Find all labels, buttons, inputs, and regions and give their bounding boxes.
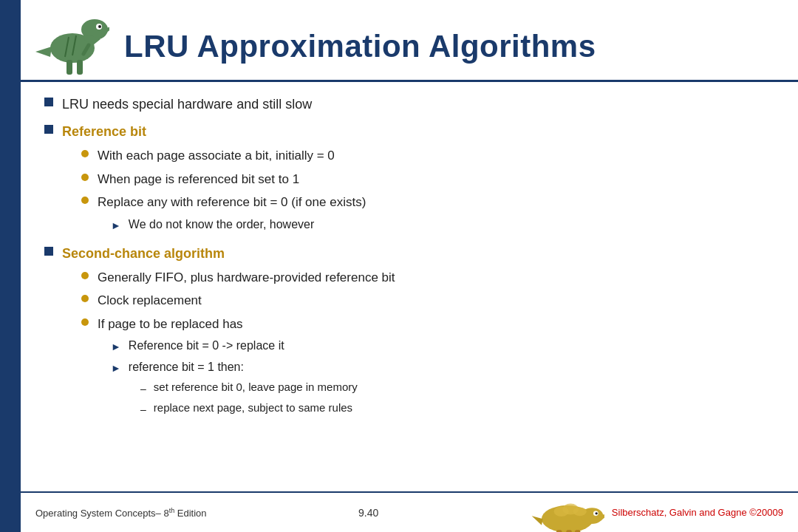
- dash-2: –: [140, 402, 146, 417]
- svg-point-23: [573, 507, 586, 516]
- svg-marker-14: [601, 514, 604, 519]
- bullet-square-1: [44, 98, 53, 106]
- ref-bit-sub3-text: Replace any with reference bit = 0 (if o…: [98, 193, 366, 212]
- second-chance-sub3-2b: – replace next page, subject to same rul…: [140, 400, 776, 417]
- ref-bit-sub2-text: When page is referenced bit set to 1: [98, 170, 299, 189]
- svg-marker-6: [35, 47, 52, 57]
- dino-bottom: [531, 487, 604, 533]
- second-chance-sub3-1-text: Reference bit = 0 -> replace it: [129, 337, 284, 355]
- svg-rect-8: [77, 60, 83, 75]
- circle-3: [81, 197, 89, 204]
- second-chance-sub3-2a-text: set reference bit 0, leave page in memor…: [154, 379, 358, 396]
- arrow-1: ►: [111, 218, 121, 233]
- second-chance-label: Second-chance algorithm: [62, 244, 225, 264]
- footer-sup: th: [169, 506, 175, 514]
- dino-top: [28, 4, 109, 78]
- footer-copyright: Silberschatz, Galvin and Gagne ©20009: [612, 507, 783, 518]
- svg-point-16: [595, 512, 597, 514]
- bullet-lru-hardware: LRU needs special hardware and still slo…: [44, 95, 776, 115]
- reference-bit-label: Reference bit: [62, 122, 146, 142]
- circle-4: [81, 272, 89, 279]
- bullet-reference-bit: Reference bit: [44, 122, 776, 142]
- second-chance-sub3-2b-text: replace next page, subject to same rules: [154, 400, 352, 417]
- bullet-square-2: [44, 125, 53, 134]
- title-rule: [21, 80, 798, 82]
- footer: Operating System Concepts– 8th Edition 9…: [21, 491, 798, 532]
- footer-page-number: 9.40: [358, 507, 378, 519]
- second-chance-sub1: Generally FIFO, plus hardware-provided r…: [81, 268, 776, 287]
- second-chance-sub2-text: Clock replacement: [98, 291, 202, 310]
- title-container: LRU Approximation Algorithms: [109, 18, 798, 64]
- slide-title: LRU Approximation Algorithms: [124, 29, 798, 64]
- circle-6: [81, 318, 89, 326]
- bullet-square-3: [44, 247, 53, 256]
- svg-rect-7: [66, 60, 72, 75]
- second-chance-sub3-2: ► reference bit = 1 then:: [111, 358, 776, 376]
- svg-point-1: [81, 19, 108, 40]
- svg-marker-17: [531, 516, 542, 525]
- circle-1: [81, 150, 89, 157]
- footer-edition-text: Operating System Concepts– 8th Edition: [35, 508, 207, 519]
- footer-left: Operating System Concepts– 8th Edition: [35, 506, 207, 518]
- bullet-second-chance: Second-chance algorithm: [44, 244, 776, 264]
- arrow-2: ►: [111, 339, 121, 355]
- lru-hardware-text: LRU needs special hardware and still slo…: [62, 95, 312, 115]
- second-chance-sub3-2-text: reference bit = 1 then:: [129, 358, 244, 376]
- ref-bit-sub3-1-text: We do not know the order, however: [129, 216, 314, 233]
- ref-bit-sub3-1: ► We do not know the order, however: [111, 216, 776, 233]
- second-chance-sub3-text: If page to be replaced has: [98, 315, 243, 334]
- ref-bit-sub3: Replace any with reference bit = 0 (if o…: [81, 193, 776, 212]
- second-chance-sub3-2a: – set reference bit 0, leave page in mem…: [140, 379, 776, 397]
- second-chance-sub2: Clock replacement: [81, 291, 776, 310]
- header-area: LRU Approximation Algorithms: [21, 0, 798, 81]
- arrow-3: ►: [111, 361, 121, 376]
- ref-bit-sub1: With each page associate a bit, initiall…: [81, 146, 776, 166]
- ref-bit-sub1-text: With each page associate a bit, initiall…: [98, 146, 335, 166]
- sidebar: [0, 0, 21, 532]
- circle-2: [81, 174, 89, 181]
- second-chance-sub3-1: ► Reference bit = 0 -> replace it: [111, 337, 776, 355]
- dash-1: –: [140, 381, 146, 397]
- ref-bit-sub2: When page is referenced bit set to 1: [81, 170, 776, 189]
- second-chance-sub1-text: Generally FIFO, plus hardware-provided r…: [98, 268, 395, 287]
- second-chance-sub3: If page to be replaced has: [81, 315, 776, 334]
- main-content: LRU needs special hardware and still slo…: [44, 87, 776, 488]
- circle-5: [81, 295, 89, 302]
- svg-point-4: [98, 25, 101, 28]
